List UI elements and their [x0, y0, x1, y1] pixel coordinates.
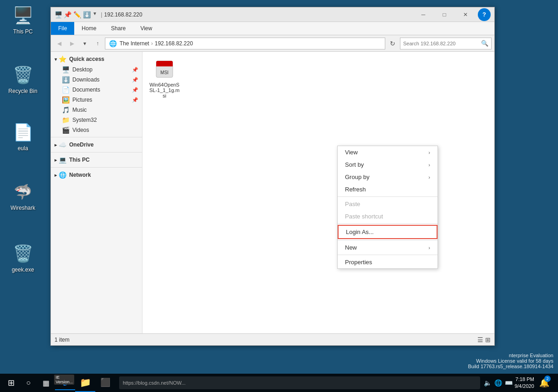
search-button[interactable]: ○ [20, 374, 37, 392]
system32-icon: 📁 [62, 116, 70, 124]
sidebar-divider-2 [51, 152, 142, 152]
window-title: 192.168.82.220 [104, 11, 413, 18]
globe-icon: 🌐 [109, 40, 117, 47]
expand-icon-4: ▸ [55, 173, 57, 178]
file-icon-openssl: MSI [153, 58, 175, 80]
desktop-icon-wireshark[interactable]: 🦈 Wireshark [5, 181, 41, 211]
notification-button[interactable]: 🔔 2 [536, 374, 553, 392]
clock[interactable]: 7:18 PM 9/4/2020 [514, 376, 534, 390]
forward-button[interactable]: ▶ [66, 38, 77, 49]
pin-icon[interactable]: 📌 [64, 11, 71, 18]
ctx-properties[interactable]: Properties [338, 256, 438, 268]
taskbar-right: 🔈 🌐 ⌨️ 7:18 PM 9/4/2020 🔔 2 [484, 374, 556, 392]
taskbar-app-ie[interactable]: e IE Version... [55, 374, 75, 392]
sidebar-item-videos[interactable]: 🎬 Videos [51, 125, 142, 135]
desktop-icon-recycle-bin[interactable]: 🗑️ Recycle Bin [5, 64, 41, 94]
address-path[interactable]: 🌐 The Internet › 192.168.82.220 [105, 38, 385, 49]
sidebar-section-quick-access[interactable]: ▾ ⭐ Quick access [51, 54, 142, 65]
arrow-icon-2: › [428, 162, 430, 168]
sidebar-section-onedrive[interactable]: ▸ ☁️ OneDrive [51, 139, 142, 150]
geek-exe-label: geek.exe [12, 267, 34, 273]
sidebar-item-music[interactable]: 🎵 Music [51, 105, 142, 115]
geek-exe-icon: 🗑️ [12, 243, 34, 265]
search-bar[interactable]: 🔍 [400, 38, 492, 49]
expand-icon: ▾ [55, 57, 57, 62]
ctx-new[interactable]: New › [338, 241, 438, 254]
ie-label: IE Version... [54, 375, 74, 385]
up-button[interactable]: ↑ [92, 38, 103, 49]
explorer-window: 🖥️ 📌 ✏️ ⬇️ ▼ | 192.168.82.220 ─ □ ✕ ? Fi… [50, 7, 495, 346]
undo-icon[interactable]: ⬇️ [83, 11, 91, 18]
ctx-refresh[interactable]: Refresh [338, 183, 438, 196]
status-bar: 1 item ☰ ⊞ [51, 333, 494, 345]
tab-home[interactable]: Home [74, 22, 104, 35]
window-controls: ─ □ ✕ [413, 7, 476, 22]
pin-icon: 📌 [132, 67, 138, 73]
this-pc-sidebar-icon: 💻 [59, 156, 66, 163]
taskbar-url-text: https://blog.csdn.net/NOW... [123, 380, 186, 386]
maximize-button[interactable]: □ [434, 7, 455, 22]
desktop-icon-this-pc[interactable]: 🖥️ This PC [5, 5, 41, 35]
tab-share[interactable]: Share [104, 22, 133, 35]
recent-locations-button[interactable]: ▾ [79, 38, 90, 49]
dropdown-icon[interactable]: ▼ [93, 11, 97, 18]
start-button[interactable]: ⊞ [2, 374, 20, 392]
back-button[interactable]: ◀ [54, 38, 65, 49]
sidebar-divider-3 [51, 167, 142, 168]
volume-icon[interactable]: 🔈 [484, 379, 492, 387]
sidebar-item-documents[interactable]: 📄 Documents 📌 [51, 85, 142, 95]
search-input[interactable] [403, 41, 481, 46]
network-tray-icon[interactable]: 🌐 [494, 379, 502, 387]
file-name-openssl: Win64OpenSSL-1_1_1g.msi [149, 82, 180, 98]
status-text: 1 item [55, 337, 70, 343]
main-content: ▾ ⭐ Quick access 🖥️ Desktop 📌 ⬇️ Downloa… [51, 52, 494, 333]
sidebar-section-this-pc[interactable]: ▸ 💻 This PC [51, 154, 142, 165]
ctx-separator-2 [338, 223, 438, 224]
ctx-sort-by[interactable]: Sort by › [338, 158, 438, 171]
refresh-button[interactable]: ↻ [387, 38, 398, 49]
time-display: 7:18 PM [514, 376, 534, 383]
ctx-view[interactable]: View › [338, 146, 438, 158]
ribbon: File Home Share View [51, 22, 494, 35]
task-view-button[interactable]: ▦ [37, 374, 55, 392]
expand-icon-2: ▸ [55, 142, 57, 147]
expand-icon-3: ▸ [55, 158, 57, 163]
sidebar-item-desktop[interactable]: 🖥️ Desktop 📌 [51, 65, 142, 75]
close-button[interactable]: ✕ [455, 7, 476, 22]
details-view-icon[interactable]: ☰ [477, 336, 483, 343]
onedrive-icon: ☁️ [59, 141, 66, 148]
taskbar: ⊞ ○ ▦ e IE Version... 📁 ⬛ https://blog.c… [0, 374, 558, 392]
help-button[interactable]: ? [478, 8, 491, 21]
desktop-icon-eula[interactable]: 📄 eula [5, 121, 41, 152]
tab-view[interactable]: View [133, 22, 159, 35]
ctx-separator-3 [338, 240, 438, 240]
tab-file[interactable]: File [51, 22, 74, 35]
file-item-openssl[interactable]: MSI Win64OpenSSL-1_1_1g.msi [146, 55, 183, 101]
pin-icon-3: 📌 [132, 87, 138, 93]
videos-icon: 🎬 [62, 126, 70, 134]
ctx-group-by[interactable]: Group by › [338, 171, 438, 183]
taskbar-url-bar[interactable]: https://blog.csdn.net/NOW... [119, 376, 480, 389]
ctx-paste[interactable]: Paste [338, 198, 438, 210]
path-segment-internet: The Internet [120, 40, 149, 47]
sidebar-item-downloads[interactable]: ⬇️ Downloads 📌 [51, 75, 142, 85]
ctx-login-as[interactable]: Login As... [338, 225, 438, 239]
taskbar-app-cmd[interactable]: ⬛ [95, 374, 115, 392]
title-bar: 🖥️ 📌 ✏️ ⬇️ ▼ | 192.168.82.220 ─ □ ✕ ? [51, 7, 494, 22]
sidebar-item-pictures[interactable]: 🖼️ Pictures 📌 [51, 95, 142, 105]
file-explorer-icon: 📁 [80, 377, 91, 388]
keyboard-icon[interactable]: ⌨️ [505, 379, 513, 387]
minimize-button[interactable]: ─ [413, 7, 434, 22]
sidebar-item-system32[interactable]: 📁 System32 [51, 115, 142, 125]
save-icon[interactable]: ✏️ [73, 11, 81, 18]
ctx-paste-shortcut[interactable]: Paste shortcut [338, 210, 438, 223]
svg-text:MSI: MSI [160, 70, 169, 75]
taskbar-app-file-explorer[interactable]: 📁 [75, 374, 95, 392]
large-icons-view-icon[interactable]: ⊞ [485, 336, 491, 343]
network-icon: 🌐 [59, 171, 66, 179]
documents-icon: 📄 [62, 86, 70, 93]
file-area[interactable]: MSI Win64OpenSSL-1_1_1g.msi View › Sort … [142, 52, 494, 333]
desktop-icon-geek-exe[interactable]: 🗑️ geek.exe [5, 243, 41, 273]
eula-icon: 📄 [12, 121, 34, 143]
sidebar-section-network[interactable]: ▸ 🌐 Network [51, 169, 142, 180]
